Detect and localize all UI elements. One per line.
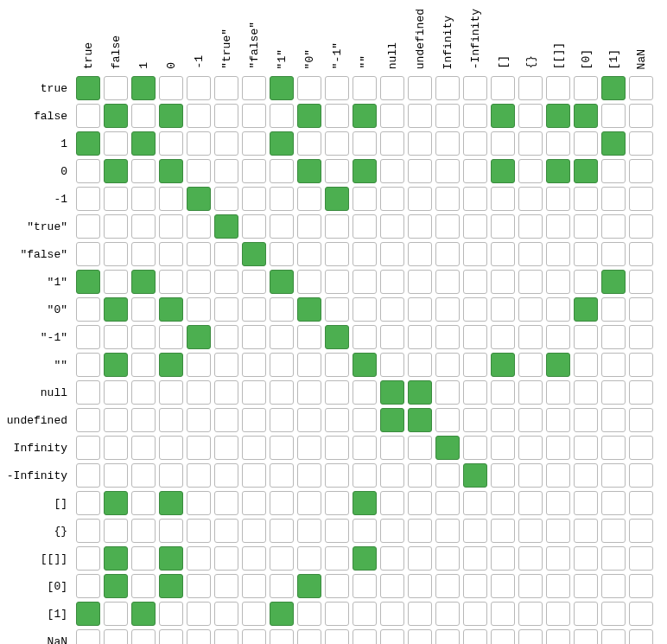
matrix-cell (242, 187, 266, 211)
matrix-cell (76, 159, 100, 183)
matrix-cell (629, 187, 653, 211)
matrix-cell (380, 187, 404, 211)
matrix-cell (270, 408, 294, 432)
matrix-cell (518, 214, 543, 239)
matrix-cell (214, 602, 238, 626)
matrix-cell (629, 270, 653, 294)
matrix-cell (380, 380, 404, 405)
matrix-cell (270, 602, 294, 626)
matrix-cell (214, 270, 238, 294)
matrix-cell (242, 353, 266, 377)
column-header: undefined (406, 9, 434, 74)
matrix-cell (131, 353, 156, 377)
matrix-cell (491, 629, 515, 644)
matrix-cell (491, 104, 515, 128)
row-header-label: 1 (3, 137, 74, 150)
matrix-cell (435, 629, 460, 644)
matrix-cell (187, 380, 211, 405)
matrix-cell (76, 131, 100, 156)
matrix-cell (159, 491, 183, 515)
matrix-cell (187, 519, 211, 543)
matrix-cell (159, 325, 183, 349)
matrix-cell (214, 574, 238, 598)
table-row: "" (3, 351, 664, 379)
matrix-cell (214, 546, 238, 571)
matrix-cell (76, 380, 100, 405)
matrix-cell (408, 131, 432, 156)
matrix-cell (546, 353, 570, 377)
matrix-cell (131, 104, 156, 128)
matrix-cell (159, 629, 183, 644)
matrix-cell (214, 131, 238, 156)
table-row: "true" (3, 213, 664, 240)
matrix-cell (353, 380, 377, 405)
matrix-cell (491, 242, 515, 266)
matrix-cell (463, 408, 487, 432)
matrix-cell (629, 297, 653, 322)
matrix-cell (131, 270, 156, 294)
matrix-cell (546, 187, 570, 211)
matrix-cell (353, 436, 377, 460)
column-header: -Infinity (461, 9, 489, 74)
matrix-cell (380, 629, 404, 644)
matrix-cell (353, 131, 377, 156)
matrix-cell (601, 131, 626, 156)
matrix-cell (325, 574, 349, 598)
matrix-cell (380, 574, 404, 598)
matrix-cell (242, 131, 266, 156)
column-header: {} (517, 55, 544, 74)
matrix-cell (408, 574, 432, 598)
matrix-cell (546, 463, 570, 488)
matrix-cell (270, 104, 294, 128)
matrix-cell (463, 574, 487, 598)
matrix-cell (242, 546, 266, 571)
column-headers: truefalse10-1"true""false""1""0""-1"""nu… (3, 3, 664, 74)
matrix-cell (214, 519, 238, 543)
matrix-cell (297, 325, 321, 349)
matrix-cell (518, 380, 543, 405)
matrix-cell (76, 408, 100, 432)
matrix-cell (463, 463, 487, 488)
matrix-cell (629, 214, 653, 239)
table-row: -Infinity (3, 462, 664, 489)
matrix-cell (325, 325, 349, 349)
matrix-cell (408, 76, 432, 100)
matrix-cell (353, 104, 377, 128)
matrix-cell (297, 187, 321, 211)
matrix-cell (297, 76, 321, 100)
matrix-cell (297, 104, 321, 128)
row-header-label: {} (3, 525, 74, 538)
matrix-cell (297, 270, 321, 294)
table-row: {} (3, 517, 664, 545)
matrix-cell (104, 353, 128, 377)
matrix-cell (518, 297, 543, 322)
matrix-cell (76, 187, 100, 211)
matrix-cell (435, 519, 460, 543)
matrix-cell (159, 380, 183, 405)
row-header-label: null (3, 386, 74, 399)
matrix-cell (491, 463, 515, 488)
matrix-cell (270, 214, 294, 239)
matrix-cell (297, 380, 321, 405)
matrix-cell (546, 297, 570, 322)
matrix-cell (491, 491, 515, 515)
matrix-cell (297, 574, 321, 598)
matrix-cell (297, 242, 321, 266)
matrix-cell (76, 104, 100, 128)
matrix-cell (518, 187, 543, 211)
matrix-cell (270, 463, 294, 488)
matrix-cell (214, 408, 238, 432)
matrix-cell (214, 325, 238, 349)
matrix-cell (463, 353, 487, 377)
matrix-cell (408, 159, 432, 183)
matrix-cell (297, 602, 321, 626)
matrix-cell (131, 491, 156, 515)
matrix-cell (270, 353, 294, 377)
matrix-cell (546, 270, 570, 294)
matrix-cell (187, 629, 211, 644)
column-header-label: [[]] (552, 42, 565, 69)
table-row: [1] (3, 600, 664, 628)
matrix-cell (214, 353, 238, 377)
matrix-cell (601, 297, 626, 322)
matrix-cell (408, 380, 432, 405)
